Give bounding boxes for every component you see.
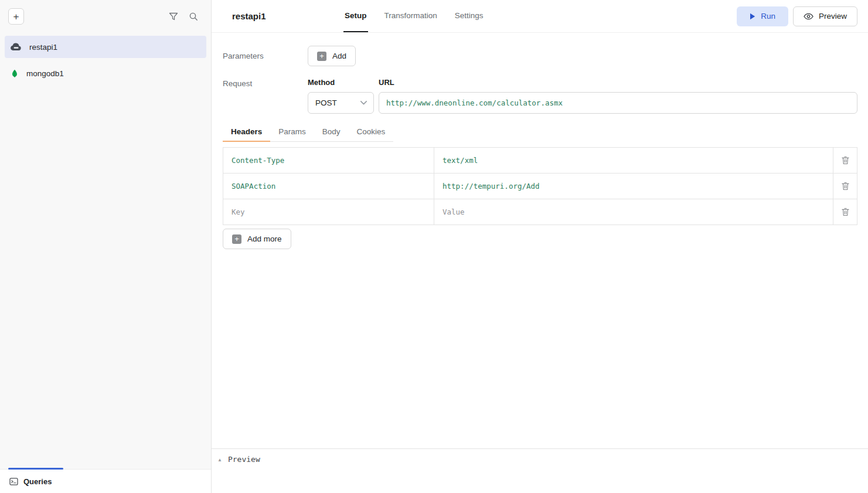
preview-button-label: Preview	[819, 12, 847, 21]
collapse-icon: ▲	[217, 457, 222, 463]
header-key-input[interactable]	[223, 148, 434, 173]
preview-panel-toggle[interactable]: ▲ Preview	[212, 448, 868, 493]
add-more-button[interactable]: + Add more	[223, 229, 291, 249]
preview-button[interactable]: Preview	[793, 6, 857, 26]
request-section: Request Method POST URL	[223, 78, 857, 114]
sidebar: + restapi1 mongodb1	[0, 0, 212, 493]
url-label: URL	[379, 78, 857, 87]
entity-list: restapi1 mongodb1	[0, 33, 211, 469]
headers-table	[223, 147, 857, 225]
header-value-cell	[434, 199, 833, 225]
new-entity-button[interactable]: +	[8, 8, 24, 25]
plus-icon: +	[317, 52, 326, 61]
add-param-label: Add	[332, 52, 346, 60]
table-row	[223, 199, 857, 225]
tab-body[interactable]: Body	[314, 122, 349, 142]
method-selected-value: POST	[315, 98, 337, 107]
preview-panel-label: Preview	[228, 455, 260, 464]
main-header: restapi1 Setup Transformation Settings R…	[212, 0, 868, 33]
request-subtabs: Headers Params Body Cookies	[223, 122, 393, 142]
rest-api-icon	[11, 43, 22, 51]
mongodb-icon	[11, 69, 19, 79]
header-value-input[interactable]	[434, 148, 833, 173]
header-key-cell	[223, 173, 434, 199]
header-value-cell	[434, 147, 833, 174]
tab-params[interactable]: Params	[270, 122, 314, 142]
header-key-cell	[223, 147, 434, 174]
play-icon	[750, 13, 755, 20]
queries-tab-label: Queries	[23, 477, 52, 486]
sidebar-item-restapi1[interactable]: restapi1	[5, 36, 206, 58]
sidebar-item-mongodb1[interactable]: mongodb1	[5, 62, 206, 84]
sidebar-item-label: restapi1	[29, 43, 57, 52]
page-title: restapi1	[232, 11, 343, 21]
method-field: Method POST	[308, 78, 374, 114]
add-param-button[interactable]: + Add	[308, 46, 356, 66]
main-panel: restapi1 Setup Transformation Settings R…	[212, 0, 868, 493]
header-key-input[interactable]	[223, 199, 434, 225]
delete-row-button[interactable]	[833, 147, 857, 174]
chevron-down-icon	[360, 100, 367, 106]
parameters-section: Parameters + Add	[223, 46, 857, 66]
header-key-cell	[223, 199, 434, 225]
method-select[interactable]: POST	[308, 92, 374, 114]
add-more-label: Add more	[247, 234, 282, 243]
queries-tab[interactable]: Queries	[9, 477, 52, 486]
method-label: Method	[308, 78, 374, 87]
header-value-input[interactable]	[434, 174, 833, 199]
trash-icon	[842, 182, 849, 191]
url-input[interactable]	[379, 92, 857, 114]
header-actions: Run Preview	[737, 6, 857, 26]
tab-cookies[interactable]: Cookies	[349, 122, 394, 142]
add-more-wrap: + Add more	[223, 229, 857, 249]
active-tab-indicator	[8, 468, 63, 470]
tab-transformation[interactable]: Transformation	[383, 0, 438, 32]
run-button-label: Run	[761, 12, 775, 21]
filter-icon[interactable]	[169, 12, 178, 21]
app-window: + restapi1 mongodb1	[0, 0, 868, 493]
header-key-input[interactable]	[223, 174, 434, 199]
header-value-cell	[434, 173, 833, 199]
request-label: Request	[223, 78, 308, 114]
delete-row-button[interactable]	[833, 173, 857, 199]
search-icon[interactable]	[189, 12, 198, 21]
tab-setup[interactable]: Setup	[343, 0, 368, 32]
sidebar-item-label: mongodb1	[26, 69, 64, 78]
trash-icon	[842, 208, 849, 216]
table-row	[223, 173, 857, 199]
url-field: URL	[379, 78, 857, 114]
main-tabs: Setup Transformation Settings	[343, 0, 485, 32]
queries-icon	[9, 478, 18, 485]
sidebar-bottom-bar: Queries	[0, 469, 211, 493]
tab-settings[interactable]: Settings	[454, 0, 485, 32]
table-row	[223, 147, 857, 174]
plus-icon: +	[232, 234, 241, 244]
parameters-label: Parameters	[223, 52, 308, 60]
setup-content: Parameters + Add Request Method POST	[212, 33, 868, 448]
trash-icon	[842, 156, 849, 165]
tab-headers[interactable]: Headers	[223, 122, 270, 142]
header-value-input[interactable]	[434, 199, 833, 225]
delete-row-button[interactable]	[833, 199, 857, 225]
sidebar-toolbar: +	[0, 0, 211, 33]
run-button[interactable]: Run	[737, 6, 788, 26]
eye-icon	[804, 13, 813, 20]
